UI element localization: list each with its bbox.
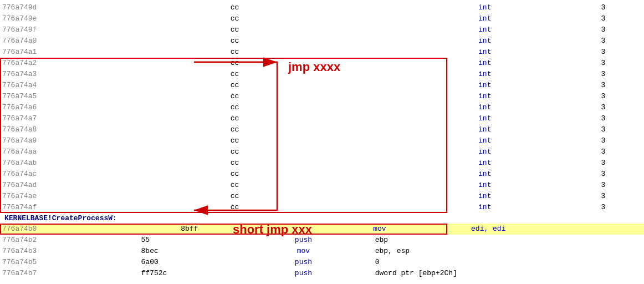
row-bytes: cc	[228, 202, 371, 213]
row-addr: 776a74a9	[0, 135, 228, 146]
row-bytes: cc	[228, 180, 371, 191]
row-bytes: cc	[228, 80, 371, 91]
row-addr: 776a74a5	[0, 91, 228, 102]
row-ops: ebp	[373, 235, 644, 246]
disasm-bottom-rows: 776a74b255pushebp776a74b38becmovebp, esp…	[0, 235, 644, 279]
disasm-row: 776a74a5ccint3	[0, 91, 644, 102]
disasm-boxed-rows: 776a74a2ccint3776a74a3ccint3776a74a4ccin…	[0, 58, 644, 213]
highlighted-instruction-row: 776a74b0 8bff mov edi, edi	[0, 224, 644, 235]
row-addr: 776a74ad	[0, 180, 228, 191]
disasm-row: 776a74a0ccint3	[0, 36, 644, 47]
row-ops: 0	[373, 257, 644, 268]
boxed-region-wrapper: 776a74a2ccint3776a74a3ccint3776a74a4ccin…	[0, 58, 644, 213]
row-addr: 776a74ac	[0, 169, 228, 180]
row-addr: 776a74af	[0, 202, 228, 213]
disasm-row: 776a74b56a00push0	[0, 257, 644, 268]
row-ops: 3	[599, 169, 644, 180]
row-ops: 3	[599, 102, 644, 113]
disasm-row: 776a74a4ccint3	[0, 80, 644, 91]
row-addr: 776a74b7	[0, 268, 139, 279]
highlighted-row-wrapper: 776a74b0 8bff mov edi, edi	[0, 224, 644, 235]
row-addr: 776a74b2	[0, 235, 139, 246]
row-ops: 3	[599, 113, 644, 124]
row-bytes: cc	[228, 91, 371, 102]
disasm-row: 776a74a9ccint3	[0, 135, 644, 146]
row-bytes: cc	[228, 58, 371, 69]
section-label-row: KERNELBASE!CreateProcessW:	[0, 213, 644, 224]
row-bytes: cc	[228, 113, 371, 124]
row-addr: 776a749e	[0, 13, 228, 24]
disasm-highlighted-row: 776a74b0 8bff mov edi, edi	[0, 224, 644, 235]
disasm-row: 776a74b255pushebp	[0, 235, 644, 246]
highlighted-annotation-cell	[626, 224, 644, 235]
row-addr: 776a74ab	[0, 158, 228, 169]
row-ops: 3	[599, 158, 644, 169]
row-ops: 3	[599, 135, 644, 146]
row-ops: 3	[599, 69, 644, 80]
row-addr: 776a74ae	[0, 191, 228, 202]
disasm-row: 776a74abccint3	[0, 158, 644, 169]
highlighted-addr: 776a74b0	[0, 224, 178, 235]
row-ops: 3	[599, 146, 644, 158]
row-mnem: int	[371, 24, 599, 36]
row-ops: 3	[599, 13, 644, 24]
row-mnem: int	[371, 2, 599, 13]
row-ops: ebp, esp	[373, 246, 644, 257]
disasm-row: 776a74adccint3	[0, 180, 644, 191]
row-bytes: ff752c	[139, 268, 234, 279]
row-mnem: int	[371, 69, 599, 80]
row-ops: 3	[599, 58, 644, 69]
disasm-top-rows: 776a749dccint3776a749eccint3776a749fccin…	[0, 2, 644, 58]
row-ops: 3	[599, 124, 644, 135]
row-addr: 776a74b5	[0, 257, 139, 268]
disasm-row: 776a74acccint3	[0, 169, 644, 180]
row-addr: 776a74aa	[0, 146, 228, 158]
row-mnem: int	[371, 58, 599, 69]
row-ops: 3	[599, 47, 644, 58]
row-mnem: int	[371, 191, 599, 202]
row-bytes: 55	[139, 235, 234, 246]
row-addr: 776a749f	[0, 24, 228, 36]
row-ops: 3	[599, 2, 644, 13]
disasm-row: 776a74a6ccint3	[0, 102, 644, 113]
disasm-row: 776a74b7ff752cpushdword ptr [ebp+2Ch]	[0, 268, 644, 279]
row-bytes: cc	[228, 102, 371, 113]
row-ops: dword ptr [ebp+2Ch]	[373, 268, 644, 279]
disasm-row: 776a74a3ccint3	[0, 69, 644, 80]
row-bytes: cc	[228, 191, 371, 202]
row-ops: 3	[599, 180, 644, 191]
disasm-row: 776a74b38becmovebp, esp	[0, 246, 644, 257]
disasm-row: 776a74a1ccint3	[0, 47, 644, 58]
row-bytes: cc	[228, 158, 371, 169]
row-addr: 776a74a2	[0, 58, 228, 69]
disasm-row: 776a74a8ccint3	[0, 124, 644, 135]
row-mnem: int	[371, 202, 599, 213]
row-mnem: int	[371, 135, 599, 146]
disasm-row: 776a749fccint3	[0, 24, 644, 36]
row-addr: 776a74a6	[0, 102, 228, 113]
row-ops: 3	[599, 91, 644, 102]
row-mnem: int	[371, 113, 599, 124]
row-mnem: int	[371, 180, 599, 191]
row-mnem: int	[371, 80, 599, 91]
disasm-row: 776a749dccint3	[0, 2, 644, 13]
row-bytes: cc	[228, 47, 371, 58]
row-bytes: cc	[228, 13, 371, 24]
row-addr: 776a74a7	[0, 113, 228, 124]
disasm-row: 776a74aaccint3	[0, 146, 644, 158]
row-mnem: push	[234, 257, 373, 268]
highlighted-mnem: mov	[290, 224, 469, 235]
row-mnem: int	[371, 47, 599, 58]
row-bytes: cc	[228, 124, 371, 135]
row-mnem: int	[371, 158, 599, 169]
row-mnem: int	[371, 91, 599, 102]
row-addr: 776a74a3	[0, 69, 228, 80]
disasm-row: 776a74aeccint3	[0, 191, 644, 202]
row-ops: 3	[599, 191, 644, 202]
disasm-row: 776a749eccint3	[0, 13, 644, 24]
row-bytes: cc	[228, 69, 371, 80]
row-ops: 3	[599, 24, 644, 36]
disasm-row: 776a74a7ccint3	[0, 113, 644, 124]
section-label: KERNELBASE!CreateProcessW:	[2, 214, 117, 222]
row-addr: 776a74a1	[0, 47, 228, 58]
